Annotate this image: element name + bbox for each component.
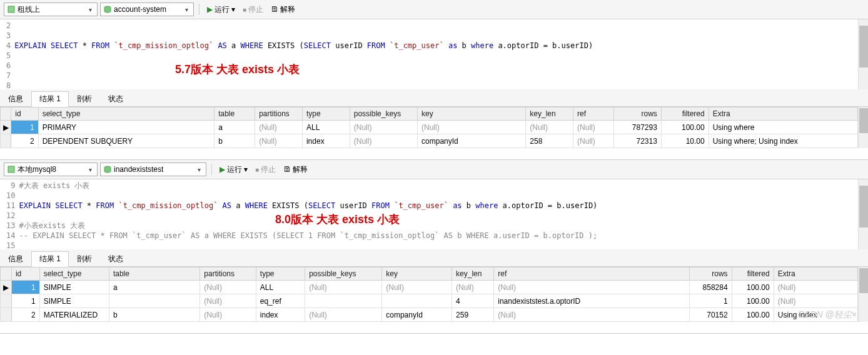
cell-select_type: SIMPLE: [39, 281, 109, 294]
panel-top: 租线上 ▾ account-system ▾ ▶运行▾ ■停止 🖺解释 2345…: [0, 0, 868, 160]
col-Extra[interactable]: Extra: [709, 108, 857, 121]
line-gutter: 2345678: [0, 19, 14, 89]
cell-type: ALL: [302, 121, 350, 134]
tab-info[interactable]: 信息: [0, 91, 31, 106]
col-key_len[interactable]: key_len: [452, 268, 494, 281]
tab-results[interactable]: 结果 1: [31, 251, 69, 267]
explain-icon: 🖺: [283, 165, 291, 174]
database-dropdown[interactable]: inandexiststest ▾: [100, 162, 206, 176]
col-ref[interactable]: ref: [573, 108, 614, 121]
cell-ref: inandexiststest.a.optorID: [494, 294, 690, 308]
col-rows[interactable]: rows: [690, 268, 732, 281]
scrollbar[interactable]: [858, 107, 868, 148]
svg-rect-0: [8, 6, 14, 12]
col-filtered[interactable]: filtered: [661, 108, 709, 121]
cell-partitions: (Null): [255, 121, 303, 134]
table-row[interactable]: 2MATERIALIZEDb(Null)index(Null)companyId…: [1, 308, 858, 322]
separator: [199, 4, 199, 15]
stop-button[interactable]: ■停止: [240, 4, 266, 16]
col-key[interactable]: key: [382, 268, 452, 281]
database-icon: [103, 165, 112, 174]
cell-key_len: 4: [452, 294, 494, 308]
cell-partitions: (Null): [255, 134, 303, 148]
cell-filtered: 10.00: [661, 134, 709, 148]
cell-key_len: (Null): [452, 281, 494, 294]
col-table[interactable]: table: [109, 268, 199, 281]
col-select_type[interactable]: select_type: [38, 108, 214, 121]
table-row[interactable]: ▶1PRIMARYa(Null)ALL(Null)(Null)(Null)(Nu…: [1, 121, 858, 134]
cell-table: a: [109, 281, 199, 294]
sql-line-4: EXPLAIN SELECT * FROM `t_cmp_mission_opt…: [14, 41, 593, 51]
connection-dropdown[interactable]: 租线上 ▾: [4, 2, 98, 16]
col-key[interactable]: key: [418, 108, 526, 121]
cell-filtered: 100.00: [661, 121, 709, 134]
database-dropdown[interactable]: account-system ▾: [100, 2, 194, 16]
sql-editor-bottom[interactable]: 9101112131415 #大表 exists 小表 EXPLAIN SELE…: [0, 179, 868, 249]
stop-icon: ■: [243, 6, 246, 13]
cell-Extra: Using where: [709, 121, 857, 134]
cell-rows: 70152: [690, 308, 732, 322]
cell-ref: (Null): [494, 281, 690, 294]
table-row[interactable]: ▶1SIMPLEa(Null)ALL(Null)(Null)(Null)(Nul…: [1, 281, 858, 294]
col-Extra[interactable]: Extra: [774, 268, 857, 281]
col-type[interactable]: type: [256, 268, 305, 281]
col-partitions[interactable]: partitions: [255, 108, 303, 121]
col-partitions[interactable]: partitions: [200, 268, 256, 281]
cell-rows: 858284: [690, 281, 732, 294]
cell-Extra: (Null): [774, 294, 857, 308]
tab-info[interactable]: 信息: [0, 251, 31, 266]
cell-type: eq_ref: [256, 294, 305, 308]
chevron-down-icon: ▾: [231, 5, 235, 14]
table-row[interactable]: 1SIMPLE(Null)eq_ref4inandexiststest.a.op…: [1, 294, 858, 308]
col-select_type[interactable]: select_type: [39, 268, 109, 281]
sql-line-14: -- EXPLAIN SELECT * FROM `t_cmp_user` AS…: [19, 231, 597, 241]
sql-line-11: EXPLAIN SELECT * FROM `t_cmp_mission_opt…: [19, 201, 597, 211]
cell-Extra: (Null): [774, 281, 857, 294]
chevron-down-icon: ▾: [182, 6, 191, 13]
sql-editor-top[interactable]: 2345678 EXPLAIN SELECT * FROM `t_cmp_mis…: [0, 19, 868, 89]
cell-select_type: DEPENDENT SUBQUERY: [38, 134, 214, 148]
cell-partitions: (Null): [200, 294, 256, 308]
explain-icon: 🖺: [271, 5, 278, 14]
col-table[interactable]: table: [214, 108, 255, 121]
tab-results[interactable]: 结果 1: [31, 91, 69, 107]
col-type[interactable]: type: [302, 108, 350, 121]
col-rows[interactable]: rows: [614, 108, 662, 121]
connection-dropdown[interactable]: 本地mysql8 ▾: [4, 162, 98, 176]
cell-possible_keys: (Null): [350, 121, 417, 134]
tab-profile[interactable]: 剖析: [69, 251, 100, 266]
panel-bottom: 本地mysql8 ▾ inandexiststest ▾ ▶运行▾ ■停止 🖺解…: [0, 160, 868, 334]
explain-button[interactable]: 🖺解释: [281, 164, 310, 176]
tab-status[interactable]: 状态: [100, 91, 131, 106]
col-filtered[interactable]: filtered: [732, 268, 774, 281]
run-button[interactable]: ▶运行▾: [204, 4, 238, 16]
scrollbar[interactable]: [858, 179, 868, 249]
line-gutter: 9101112131415: [0, 179, 19, 249]
cell-key: companyId: [418, 134, 526, 148]
tab-status[interactable]: 状态: [100, 251, 131, 266]
run-button[interactable]: ▶运行▾: [217, 164, 250, 176]
col-ref[interactable]: ref: [494, 268, 690, 281]
cell-table: b: [214, 134, 255, 148]
tab-profile[interactable]: 剖析: [69, 91, 100, 106]
col-key_len[interactable]: key_len: [526, 108, 573, 121]
col-id[interactable]: id: [11, 268, 39, 281]
scrollbar[interactable]: [858, 267, 868, 322]
cell-type: index: [256, 308, 305, 322]
connection-icon: [7, 5, 16, 14]
cell-filtered: 100.00: [732, 294, 774, 308]
col-possible_keys[interactable]: possible_keys: [305, 268, 382, 281]
table-row[interactable]: 2DEPENDENT SUBQUERYb(Null)index(Null)com…: [1, 134, 858, 148]
toolbar-top: 租线上 ▾ account-system ▾ ▶运行▾ ■停止 🖺解释: [0, 0, 868, 19]
scrollbar[interactable]: [858, 19, 868, 89]
play-icon: ▶: [220, 165, 225, 174]
cell-key_len: 258: [526, 134, 573, 148]
col-possible_keys[interactable]: possible_keys: [350, 108, 417, 121]
cell-rows: 787293: [614, 121, 662, 134]
stop-button[interactable]: ■停止: [253, 164, 278, 176]
explain-button[interactable]: 🖺解释: [268, 4, 298, 16]
col-id[interactable]: id: [11, 108, 38, 121]
row-marker: ▶: [1, 121, 11, 134]
code-area[interactable]: EXPLAIN SELECT * FROM `t_cmp_mission_opt…: [14, 19, 593, 89]
cell-ref: (Null): [573, 134, 614, 148]
